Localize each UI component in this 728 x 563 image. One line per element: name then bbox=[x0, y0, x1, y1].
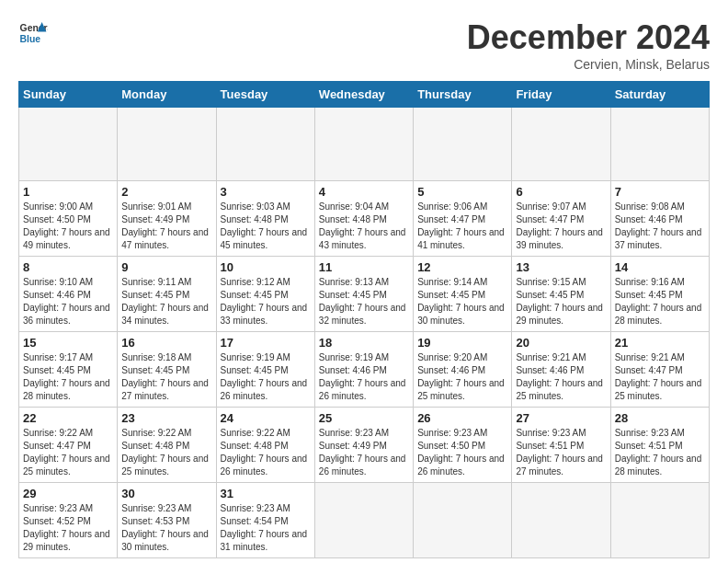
day-info: Sunrise: 9:03 AM Sunset: 4:48 PM Dayligh… bbox=[221, 201, 311, 252]
calendar-day-25: 25Sunrise: 9:23 AM Sunset: 4:49 PM Dayli… bbox=[314, 408, 413, 483]
day-info: Sunrise: 9:21 AM Sunset: 4:46 PM Dayligh… bbox=[516, 351, 606, 403]
day-number: 30 bbox=[121, 487, 211, 500]
day-info: Sunrise: 9:18 AM Sunset: 4:45 PM Dayligh… bbox=[121, 351, 211, 403]
calendar-day-8: 8Sunrise: 9:10 AM Sunset: 4:46 PM Daylig… bbox=[19, 257, 118, 332]
calendar-day-17: 17Sunrise: 9:19 AM Sunset: 4:45 PM Dayli… bbox=[216, 332, 314, 408]
day-info: Sunrise: 9:23 AM Sunset: 4:49 PM Dayligh… bbox=[319, 427, 409, 478]
calendar-empty bbox=[610, 483, 709, 558]
day-number: 8 bbox=[23, 260, 113, 274]
day-number: 6 bbox=[516, 185, 606, 199]
calendar-week-4: 22Sunrise: 9:22 AM Sunset: 4:47 PM Dayli… bbox=[19, 408, 710, 483]
calendar-week-2: 8Sunrise: 9:10 AM Sunset: 4:46 PM Daylig… bbox=[19, 257, 710, 332]
calendar-empty bbox=[118, 108, 216, 181]
calendar-body: 1Sunrise: 9:00 AM Sunset: 4:50 PM Daylig… bbox=[19, 108, 710, 558]
day-number: 25 bbox=[319, 411, 409, 425]
day-info: Sunrise: 9:07 AM Sunset: 4:47 PM Dayligh… bbox=[516, 201, 606, 252]
weekday-header-tuesday: Tuesday bbox=[216, 82, 314, 108]
weekday-header-wednesday: Wednesday bbox=[314, 82, 413, 108]
calendar-day-11: 11Sunrise: 9:13 AM Sunset: 4:45 PM Dayli… bbox=[314, 257, 413, 332]
day-info: Sunrise: 9:04 AM Sunset: 4:48 PM Dayligh… bbox=[319, 201, 409, 252]
calendar-empty bbox=[216, 108, 314, 181]
day-number: 12 bbox=[417, 260, 507, 274]
day-info: Sunrise: 9:22 AM Sunset: 4:48 PM Dayligh… bbox=[221, 427, 311, 478]
day-info: Sunrise: 9:20 AM Sunset: 4:46 PM Dayligh… bbox=[417, 351, 507, 403]
day-number: 31 bbox=[221, 487, 311, 500]
day-info: Sunrise: 9:10 AM Sunset: 4:46 PM Dayligh… bbox=[23, 276, 113, 327]
calendar-day-20: 20Sunrise: 9:21 AM Sunset: 4:46 PM Dayli… bbox=[512, 332, 610, 408]
day-number: 17 bbox=[221, 336, 311, 350]
calendar-empty bbox=[414, 108, 512, 181]
weekday-header-monday: Monday bbox=[118, 82, 216, 108]
day-number: 7 bbox=[615, 185, 705, 199]
calendar-empty bbox=[19, 108, 118, 181]
calendar-empty bbox=[414, 483, 512, 558]
day-number: 3 bbox=[221, 185, 311, 199]
day-number: 18 bbox=[319, 336, 409, 350]
calendar-day-21: 21Sunrise: 9:21 AM Sunset: 4:47 PM Dayli… bbox=[610, 332, 709, 408]
calendar-day-3: 3Sunrise: 9:03 AM Sunset: 4:48 PM Daylig… bbox=[216, 181, 314, 257]
logo-icon: General Blue bbox=[18, 18, 48, 48]
day-info: Sunrise: 9:19 AM Sunset: 4:46 PM Dayligh… bbox=[319, 351, 409, 403]
calendar-day-31: 31Sunrise: 9:23 AM Sunset: 4:54 PM Dayli… bbox=[216, 483, 314, 558]
calendar-week-1: 1Sunrise: 9:00 AM Sunset: 4:50 PM Daylig… bbox=[19, 181, 710, 257]
day-number: 14 bbox=[615, 260, 705, 274]
svg-text:Blue: Blue bbox=[20, 34, 41, 44]
calendar-day-29: 29Sunrise: 9:23 AM Sunset: 4:52 PM Dayli… bbox=[19, 483, 118, 558]
weekday-header-row: SundayMondayTuesdayWednesdayThursdayFrid… bbox=[19, 82, 710, 108]
calendar-day-30: 30Sunrise: 9:23 AM Sunset: 4:53 PM Dayli… bbox=[118, 483, 216, 558]
calendar-week-3: 15Sunrise: 9:17 AM Sunset: 4:45 PM Dayli… bbox=[19, 332, 710, 408]
day-info: Sunrise: 9:23 AM Sunset: 4:53 PM Dayligh… bbox=[121, 502, 211, 554]
calendar-day-12: 12Sunrise: 9:14 AM Sunset: 4:45 PM Dayli… bbox=[414, 257, 512, 332]
calendar-day-22: 22Sunrise: 9:22 AM Sunset: 4:47 PM Dayli… bbox=[19, 408, 118, 483]
calendar-day-1: 1Sunrise: 9:00 AM Sunset: 4:50 PM Daylig… bbox=[19, 181, 118, 257]
weekday-header-saturday: Saturday bbox=[610, 82, 709, 108]
calendar-day-6: 6Sunrise: 9:07 AM Sunset: 4:47 PM Daylig… bbox=[512, 181, 610, 257]
calendar-day-2: 2Sunrise: 9:01 AM Sunset: 4:49 PM Daylig… bbox=[118, 181, 216, 257]
weekday-header-sunday: Sunday bbox=[19, 82, 118, 108]
calendar-day-16: 16Sunrise: 9:18 AM Sunset: 4:45 PM Dayli… bbox=[118, 332, 216, 408]
location: Cervien, Minsk, Belarus bbox=[467, 57, 710, 72]
calendar-empty bbox=[512, 483, 610, 558]
calendar-day-28: 28Sunrise: 9:23 AM Sunset: 4:51 PM Dayli… bbox=[610, 408, 709, 483]
calendar-empty bbox=[610, 108, 709, 181]
day-number: 1 bbox=[23, 185, 113, 199]
day-number: 16 bbox=[121, 336, 211, 350]
calendar-day-13: 13Sunrise: 9:15 AM Sunset: 4:45 PM Dayli… bbox=[512, 257, 610, 332]
day-info: Sunrise: 9:01 AM Sunset: 4:49 PM Dayligh… bbox=[121, 201, 211, 252]
day-number: 5 bbox=[417, 185, 507, 199]
day-info: Sunrise: 9:00 AM Sunset: 4:50 PM Dayligh… bbox=[23, 201, 113, 252]
weekday-header-thursday: Thursday bbox=[414, 82, 512, 108]
day-info: Sunrise: 9:13 AM Sunset: 4:45 PM Dayligh… bbox=[319, 276, 409, 327]
day-info: Sunrise: 9:06 AM Sunset: 4:47 PM Dayligh… bbox=[417, 201, 507, 252]
day-info: Sunrise: 9:23 AM Sunset: 4:52 PM Dayligh… bbox=[23, 502, 113, 554]
calendar-day-27: 27Sunrise: 9:23 AM Sunset: 4:51 PM Dayli… bbox=[512, 408, 610, 483]
day-number: 13 bbox=[516, 260, 606, 274]
day-info: Sunrise: 9:23 AM Sunset: 4:51 PM Dayligh… bbox=[516, 427, 606, 478]
logo: General Blue bbox=[18, 18, 48, 48]
calendar-day-7: 7Sunrise: 9:08 AM Sunset: 4:46 PM Daylig… bbox=[610, 181, 709, 257]
month-title: December 2024 bbox=[467, 18, 710, 57]
calendar-week-5: 29Sunrise: 9:23 AM Sunset: 4:52 PM Dayli… bbox=[19, 483, 710, 558]
day-info: Sunrise: 9:21 AM Sunset: 4:47 PM Dayligh… bbox=[615, 351, 705, 403]
day-number: 27 bbox=[516, 411, 606, 425]
day-number: 15 bbox=[23, 336, 113, 350]
day-number: 22 bbox=[23, 411, 113, 425]
day-info: Sunrise: 9:11 AM Sunset: 4:45 PM Dayligh… bbox=[121, 276, 211, 327]
day-info: Sunrise: 9:17 AM Sunset: 4:45 PM Dayligh… bbox=[23, 351, 113, 403]
day-number: 23 bbox=[121, 411, 211, 425]
day-number: 28 bbox=[615, 411, 705, 425]
calendar-day-24: 24Sunrise: 9:22 AM Sunset: 4:48 PM Dayli… bbox=[216, 408, 314, 483]
day-number: 19 bbox=[417, 336, 507, 350]
weekday-header-friday: Friday bbox=[512, 82, 610, 108]
day-number: 29 bbox=[23, 487, 113, 500]
day-number: 21 bbox=[615, 336, 705, 350]
calendar-day-14: 14Sunrise: 9:16 AM Sunset: 4:45 PM Dayli… bbox=[610, 257, 709, 332]
day-info: Sunrise: 9:16 AM Sunset: 4:45 PM Dayligh… bbox=[615, 276, 705, 327]
day-info: Sunrise: 9:23 AM Sunset: 4:54 PM Dayligh… bbox=[221, 502, 311, 554]
day-info: Sunrise: 9:23 AM Sunset: 4:50 PM Dayligh… bbox=[417, 427, 507, 478]
day-info: Sunrise: 9:22 AM Sunset: 4:48 PM Dayligh… bbox=[121, 427, 211, 478]
calendar-day-19: 19Sunrise: 9:20 AM Sunset: 4:46 PM Dayli… bbox=[414, 332, 512, 408]
calendar-day-10: 10Sunrise: 9:12 AM Sunset: 4:45 PM Dayli… bbox=[216, 257, 314, 332]
calendar-day-23: 23Sunrise: 9:22 AM Sunset: 4:48 PM Dayli… bbox=[118, 408, 216, 483]
day-info: Sunrise: 9:14 AM Sunset: 4:45 PM Dayligh… bbox=[417, 276, 507, 327]
